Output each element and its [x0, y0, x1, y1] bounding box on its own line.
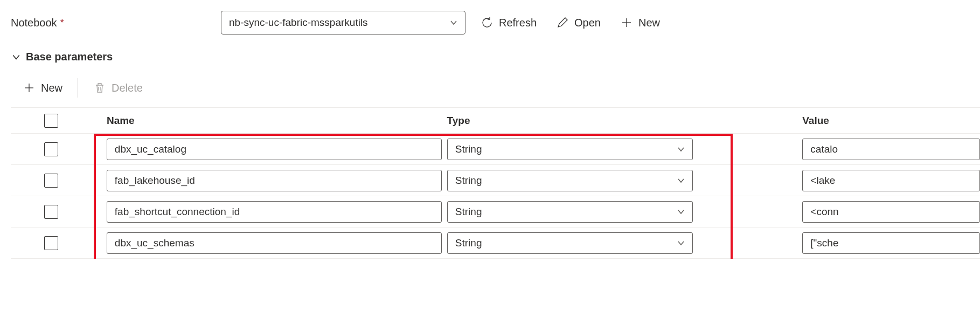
new-label: New	[638, 17, 660, 29]
notebook-label-group: Notebook *	[11, 17, 210, 29]
chevron-down-icon	[677, 208, 685, 216]
chevron-down-icon	[12, 53, 20, 61]
param-type-select[interactable]: String	[447, 170, 693, 191]
cell-type: String	[447, 201, 803, 223]
table-row: String	[11, 165, 980, 196]
cell-name	[92, 170, 447, 191]
cell-value	[802, 139, 980, 160]
cell-type: String	[447, 232, 803, 254]
param-name-input[interactable]	[107, 201, 442, 223]
param-type-select[interactable]: String	[447, 139, 693, 160]
notebook-label: Notebook	[11, 17, 57, 29]
row-checkbox[interactable]	[44, 205, 58, 219]
row-checkbox-cell	[11, 174, 92, 188]
table-row: String	[11, 196, 980, 227]
param-value-input[interactable]	[802, 232, 980, 254]
param-type-value: String	[455, 175, 482, 187]
cell-name	[92, 139, 447, 160]
row-checkbox-cell	[11, 142, 92, 156]
param-name-input[interactable]	[107, 232, 442, 254]
pencil-icon	[556, 16, 569, 29]
chevron-down-icon	[677, 146, 685, 153]
open-label: Open	[574, 17, 601, 29]
refresh-icon	[481, 16, 494, 29]
trash-icon	[93, 81, 106, 94]
param-type-value: String	[455, 143, 482, 155]
toolbar-divider	[78, 78, 78, 98]
param-type-select[interactable]: String	[447, 201, 693, 223]
plus-icon	[620, 16, 633, 29]
refresh-button[interactable]: Refresh	[476, 14, 541, 31]
row-checkbox-cell	[11, 236, 92, 250]
param-value-input[interactable]	[802, 170, 980, 191]
param-type-value: String	[455, 237, 482, 249]
cell-value	[802, 201, 980, 223]
new-parameter-label: New	[41, 82, 62, 94]
delete-parameter-button[interactable]: Delete	[89, 79, 147, 96]
param-type-value: String	[455, 206, 482, 218]
param-value-input[interactable]	[802, 139, 980, 160]
table-row: String	[11, 134, 980, 165]
plus-icon	[23, 81, 36, 94]
table-row: String	[11, 227, 980, 259]
open-button[interactable]: Open	[552, 14, 605, 31]
base-parameters-toggle[interactable]: Base parameters	[11, 51, 980, 63]
cell-type: String	[447, 139, 803, 160]
delete-parameter-label: Delete	[112, 82, 143, 94]
table-header: Name Type Value	[11, 108, 980, 134]
param-value-input[interactable]	[802, 201, 980, 223]
header-checkbox-cell	[11, 114, 92, 128]
select-all-checkbox[interactable]	[44, 114, 58, 128]
row-checkbox[interactable]	[44, 236, 58, 250]
header-value: Value	[802, 115, 980, 127]
chevron-down-icon	[677, 239, 685, 247]
row-checkbox-cell	[11, 205, 92, 219]
row-checkbox[interactable]	[44, 142, 58, 156]
table-body: String String	[11, 134, 980, 259]
parameters-table: Name Type Value String	[11, 108, 980, 259]
new-parameter-button[interactable]: New	[18, 79, 67, 96]
header-type: Type	[447, 115, 803, 127]
required-asterisk: *	[60, 17, 64, 29]
section-title: Base parameters	[26, 51, 113, 63]
notebook-dropdown[interactable]: nb-sync-uc-fabric-mssparkutils	[221, 11, 465, 35]
cell-value	[802, 232, 980, 254]
new-notebook-button[interactable]: New	[616, 14, 664, 31]
header-name: Name	[92, 115, 447, 127]
chevron-down-icon	[677, 177, 685, 184]
cell-name	[92, 232, 447, 254]
parameters-toolbar: New Delete	[11, 78, 980, 108]
param-type-select[interactable]: String	[447, 232, 693, 254]
param-name-input[interactable]	[107, 170, 442, 191]
notebook-field-row: Notebook * nb-sync-uc-fabric-mssparkutil…	[11, 11, 980, 35]
notebook-selected-value: nb-sync-uc-fabric-mssparkutils	[229, 17, 368, 29]
row-checkbox[interactable]	[44, 174, 58, 188]
refresh-label: Refresh	[499, 17, 537, 29]
cell-type: String	[447, 170, 803, 191]
cell-name	[92, 201, 447, 223]
chevron-down-icon	[450, 19, 457, 26]
cell-value	[802, 170, 980, 191]
param-name-input[interactable]	[107, 139, 442, 160]
